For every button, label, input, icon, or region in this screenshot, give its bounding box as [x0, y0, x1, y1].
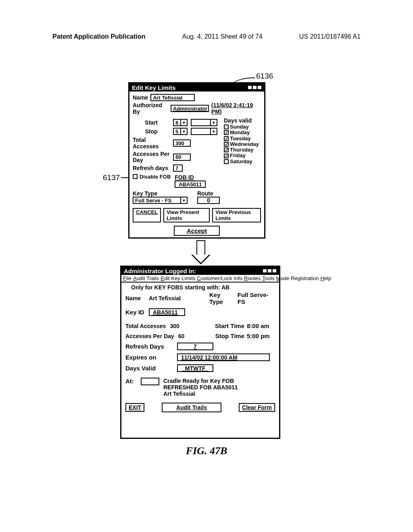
at-field[interactable] — [141, 378, 159, 385]
chevron-down-icon[interactable] — [211, 119, 217, 126]
day-label: Wednesday — [230, 141, 259, 147]
checkbox-thursday[interactable] — [224, 148, 229, 152]
minimize-icon[interactable] — [248, 85, 252, 89]
menu-file[interactable]: File — [123, 275, 131, 281]
checkbox-tuesday[interactable] — [224, 136, 229, 141]
name-field[interactable]: Art Tefissial — [150, 94, 195, 101]
window-title: Administrator Logged In: — [124, 268, 196, 274]
accesses-per-day-label: Accesses Per Day — [133, 151, 170, 163]
menu-routes[interactable]: Routes — [244, 275, 261, 281]
route-label: Route — [197, 190, 220, 197]
route-field[interactable]: 0 — [197, 197, 220, 204]
refresh-days-field[interactable]: 7 — [173, 164, 183, 172]
key-type-label: Key Type — [209, 291, 235, 305]
total-accesses-label: Total Accesses — [133, 137, 170, 150]
minimize-icon[interactable] — [263, 269, 267, 273]
clear-form-button[interactable]: Clear Form — [239, 403, 275, 412]
status-messages: Cradle Ready for Key FOB REFRESHED FOB A… — [163, 378, 238, 397]
menu-customer-lock-info[interactable]: Customer/Lock Info — [197, 275, 242, 281]
status-line-1: Cradle Ready for Key FOB — [163, 378, 238, 384]
figure-caption: FIG. 47B — [0, 445, 413, 457]
day-label: Friday — [230, 153, 246, 158]
header-right: US 2011/0187496 A1 — [299, 33, 361, 40]
start-label: Start — [133, 119, 170, 126]
header-mid: Aug. 4, 2011 Sheet 49 of 74 — [182, 33, 263, 40]
view-present-limits-button[interactable]: View Present Limits — [163, 208, 210, 222]
key-id-field[interactable]: ABA5011 — [149, 308, 185, 316]
stop-time-label: Stop Time — [215, 332, 244, 339]
checkbox-sunday[interactable] — [224, 125, 229, 129]
expires-on-field[interactable]: 11/14/02 12:00:00 AM — [177, 353, 270, 361]
view-previous-limits-button[interactable]: View Previous Limits — [212, 208, 261, 222]
start-time-field[interactable]: 8:00 am — [247, 322, 275, 329]
edit-key-limits-window: Edit Key Limits Name Art Tefissial Autho… — [128, 82, 265, 239]
days-valid-label: Days Valid — [125, 365, 173, 372]
refresh-days-field[interactable]: 7 — [177, 343, 213, 350]
accept-button[interactable]: Accept — [174, 226, 220, 236]
exit-button[interactable]: EXIT — [125, 403, 144, 412]
close-icon[interactable] — [272, 269, 277, 273]
total-accesses-field[interactable]: 300 — [173, 139, 191, 147]
menu-mode[interactable]: Mode — [276, 275, 290, 281]
day-label: Monday — [230, 130, 250, 135]
days-valid-panel: Days valid Sunday Monday Tuesday Wednesd… — [224, 117, 261, 204]
disable-fob-label: Disable FOB — [140, 174, 171, 180]
refresh-days-label: Refresh Days — [125, 343, 173, 350]
name-field[interactable]: Art Tefissial — [149, 295, 209, 301]
stop-label: Stop — [133, 128, 170, 135]
window-title: Edit Key Limits — [132, 84, 175, 91]
menu-bar: File Audit Trails Edit Key Limits Custom… — [121, 275, 279, 283]
refresh-days-label: Refresh days — [133, 165, 170, 171]
stop-ampm-combo[interactable] — [191, 128, 217, 135]
stop-time-field[interactable]: 5:00 pm — [247, 332, 275, 339]
authorized-by-field: Administrator — [171, 105, 209, 112]
checkbox-friday[interactable] — [224, 154, 229, 158]
menu-edit-key-limits[interactable]: Edit Key Limits — [161, 275, 195, 281]
at-label: At: — [125, 378, 137, 384]
audit-trails-button[interactable]: Audit Trails — [162, 403, 221, 412]
day-label: Sunday — [230, 124, 249, 130]
key-type-field[interactable]: Full Serve-FS — [238, 291, 275, 305]
menu-registration[interactable]: Registration — [291, 275, 319, 281]
chevron-down-icon[interactable] — [181, 128, 188, 135]
chevron-down-icon[interactable] — [181, 119, 188, 126]
expires-on-label: Expires on — [125, 354, 173, 361]
callout-6136: 6136 — [256, 72, 273, 81]
total-accesses-field[interactable]: 300 — [170, 323, 179, 329]
admin-logged-in-window: Administrator Logged In: File Audit Trai… — [120, 266, 280, 439]
header-left: Patent Application Publication — [52, 33, 146, 40]
total-accesses-label: Total Accesses — [125, 323, 166, 329]
close-icon[interactable] — [257, 85, 262, 89]
maximize-icon[interactable] — [252, 85, 257, 89]
menu-audit-trails[interactable]: Audit Trails — [133, 275, 159, 281]
chevron-down-icon[interactable] — [211, 128, 217, 135]
status-line-2: REFRESHED FOB ABA5011 — [163, 384, 238, 391]
checkbox-wednesday[interactable] — [224, 142, 229, 147]
key-type-label: Key Type — [133, 190, 188, 197]
accesses-per-day-field[interactable]: 60 — [173, 154, 191, 161]
titlebar: Administrator Logged In: — [121, 267, 279, 275]
days-valid-field[interactable]: _MTWTF_ — [177, 364, 213, 372]
fob-id-field[interactable]: ABA5011 — [175, 181, 206, 188]
menu-tools[interactable]: Tools — [262, 275, 274, 281]
accesses-per-day-field[interactable]: 60 — [178, 333, 185, 339]
menu-help[interactable]: Help — [320, 275, 331, 281]
fob-id-label: FOB ID — [175, 174, 194, 181]
stop-hour-combo[interactable]: 5 — [173, 128, 188, 135]
chevron-down-icon[interactable] — [181, 197, 188, 204]
page-header: Patent Application Publication Aug. 4, 2… — [0, 33, 413, 40]
start-hour-combo[interactable]: 8 — [173, 119, 188, 126]
titlebar: Edit Key Limits — [129, 83, 264, 91]
checkbox-monday[interactable] — [224, 130, 229, 135]
checkbox-saturday[interactable] — [224, 159, 229, 164]
maximize-icon[interactable] — [267, 269, 272, 273]
start-ampm-combo[interactable] — [191, 119, 217, 126]
days-valid-header: Days valid — [224, 117, 261, 124]
cancel-button[interactable]: CANCEL — [133, 208, 161, 222]
authorized-time: (11/6/02 2:41:19 PM) — [211, 102, 261, 115]
day-label: Saturday — [230, 159, 252, 164]
start-time-label: Start Time — [215, 322, 244, 329]
day-label: Thursday — [230, 147, 254, 153]
disable-fob-checkbox[interactable] — [133, 174, 138, 179]
key-type-combo[interactable]: Full Serve - FS — [133, 197, 188, 204]
